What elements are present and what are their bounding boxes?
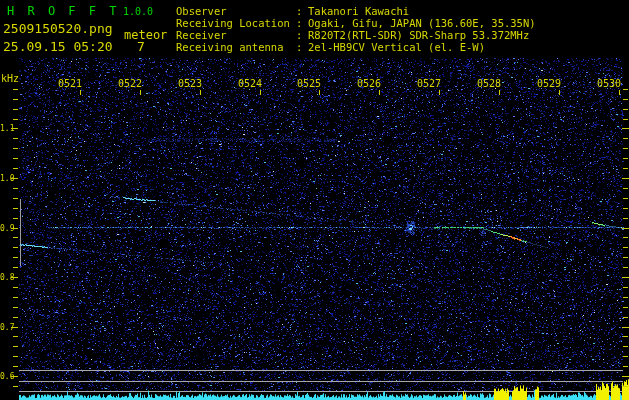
y-axis-minor-tick-right [623,237,628,238]
x-axis-label: 0527 [407,78,451,89]
y-axis-minor-tick-right [623,99,628,100]
y-axis-minor-tick [13,317,18,318]
y-axis-minor-tick-right [623,247,628,248]
y-axis-minor-tick-right [623,198,628,199]
y-axis-major-tick [11,128,18,129]
y-axis-major-tick [11,228,18,229]
x-axis-label: 0523 [168,78,212,89]
y-axis-minor-tick-right [623,317,628,318]
y-axis-minor-tick [13,109,18,110]
y-axis-major-tick [11,327,18,328]
axes-layer: kHz 052105220523052405250526052705280529… [0,0,629,400]
x-axis-tick [559,90,560,95]
y-axis-minor-tick [13,208,18,209]
y-axis-minor-tick [13,307,18,308]
x-axis-label: 0524 [228,78,272,89]
y-axis-minor-tick [13,297,18,298]
y-axis-minor-tick [13,138,18,139]
y-axis-major-tick-right [622,376,629,377]
y-axis-minor-tick-right [623,188,628,189]
y-axis-minor-tick-right [623,307,628,308]
y-axis-major-tick-right [622,277,629,278]
y-axis-minor-tick-right [623,267,628,268]
x-axis-tick [319,90,320,95]
x-axis-tick [140,90,141,95]
y-axis-minor-tick-right [623,208,628,209]
y-axis-minor-tick-right [623,168,628,169]
y-axis-minor-tick [13,168,18,169]
y-axis-minor-tick-right [623,158,628,159]
y-axis-minor-tick-right [623,257,628,258]
x-axis-label: 0521 [48,78,92,89]
y-axis-minor-tick [13,237,18,238]
y-axis-minor-tick [13,346,18,347]
y-axis-minor-tick-right [623,218,628,219]
hrofft-window: H R O F F T 1.0.0 2509150520.png meteor … [0,0,629,400]
x-axis-tick [379,90,380,95]
y-axis-major-tick-right [622,327,629,328]
y-axis-minor-tick [13,158,18,159]
y-axis-minor-tick-right [623,336,628,337]
y-axis-minor-tick [13,247,18,248]
x-axis-label: 0525 [287,78,331,89]
x-axis-label: 0526 [347,78,391,89]
y-axis-unit-label: kHz [1,73,19,84]
y-axis-minor-tick-right [623,356,628,357]
y-axis-major-tick [11,178,18,179]
y-axis-minor-tick [13,336,18,337]
x-axis-tick [80,90,81,95]
y-axis-minor-tick [13,366,18,367]
y-axis-major-tick-right [622,128,629,129]
y-axis-minor-tick-right [623,109,628,110]
x-axis-tick [439,90,440,95]
y-axis-minor-tick [13,287,18,288]
y-axis-minor-tick [13,267,18,268]
y-axis-minor-tick-right [623,89,628,90]
x-axis-tick [499,90,500,95]
y-axis-minor-tick [13,188,18,189]
y-axis-minor-tick-right [623,386,628,387]
x-axis-label: 0530 [587,78,629,89]
y-axis-minor-tick-right [623,297,628,298]
y-axis-minor-tick-right [623,138,628,139]
y-axis-minor-tick-right [623,346,628,347]
x-axis-tick [619,90,620,95]
x-axis-tick [260,90,261,95]
x-axis-label: 0528 [467,78,511,89]
y-axis-minor-tick-right [623,287,628,288]
y-axis-major-tick-right [622,178,629,179]
y-axis-minor-tick [13,99,18,100]
x-axis-tick [200,90,201,95]
y-axis-minor-tick [13,119,18,120]
y-axis-minor-tick [13,198,18,199]
y-axis-minor-tick [13,218,18,219]
x-axis-label: 0522 [108,78,152,89]
y-axis-minor-tick [13,89,18,90]
y-axis-major-tick [11,277,18,278]
y-axis-major-tick-right [622,228,629,229]
y-axis-minor-tick [13,386,18,387]
y-axis-minor-tick-right [623,366,628,367]
y-axis-minor-tick [13,257,18,258]
y-axis-minor-tick-right [623,148,628,149]
x-axis-label: 0529 [527,78,571,89]
y-axis-minor-tick [13,148,18,149]
y-axis-major-tick [11,376,18,377]
y-axis-minor-tick [13,356,18,357]
y-axis-minor-tick-right [623,119,628,120]
